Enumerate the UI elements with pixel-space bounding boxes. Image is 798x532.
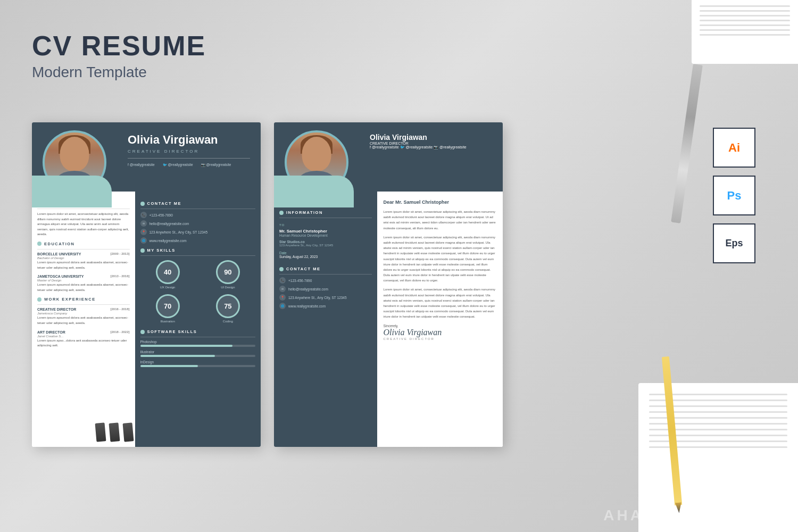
cover-body-wrapper: INFORMATION TO Mr. Samuel Christopher Hu… [274, 192, 503, 447]
software-divider [140, 337, 256, 337]
cover-instagram: 📷 @reallygreatsite [434, 145, 467, 149]
photoshop-bar-track [140, 345, 256, 347]
eps-icon: Eps [713, 223, 755, 263]
cv-name: Olivia Virgiawan [128, 133, 250, 147]
cover-name: Olivia Virgiawan [370, 133, 492, 142]
notebook-lines [692, 0, 798, 41]
indesign-bar-fill [140, 365, 198, 367]
cv-left-column: ABOUT ME Lorem ipsum dolor sit amet, aco… [32, 192, 135, 447]
work-divider [37, 304, 130, 305]
edu-school-2: JAMETOSCA UNIVERSITY [2013 - 2016] [37, 275, 130, 278]
notebook-line [700, 34, 790, 36]
bottom-text: AHA [603, 507, 644, 524]
title-area: CV RESUME Modern Template [32, 32, 206, 81]
work-experience-title: WORK EXPERIENCE [37, 297, 130, 302]
binder-clip-1 [95, 422, 106, 442]
contact-email: ✉ hello@reallygreatsite.com [140, 220, 256, 227]
ai-icon: Ai [713, 128, 755, 168]
education-title: EDUCATION [37, 242, 130, 246]
notebook-line [700, 29, 790, 31]
cover-location-icon: 📍 [279, 294, 286, 301]
skills-grid: 40 UX Design 90 UI Design 70 [140, 260, 256, 323]
software-icons-list: Ai Ps Eps [713, 128, 755, 263]
contact-me-title: CONTACT ME [140, 201, 256, 206]
cover-date-value: Sunday, August 22, 2023 [279, 255, 372, 259]
work-item-1: CREATIVE DIRECTOR [2016 - 2018] Jametosc… [37, 307, 130, 326]
header-divider [128, 158, 250, 159]
facebook-link: f @reallygreatsite [128, 163, 155, 167]
contact-divider [140, 209, 256, 209]
binder-clips [96, 423, 133, 442]
notebook-line [700, 10, 790, 12]
skill-illustration: 70 Illustration [140, 294, 195, 323]
cover-body-para1: Lorem ipsum dolor sit amet, consectetuar… [384, 235, 497, 284]
location-icon: 📍 [140, 229, 147, 235]
documents-area: Olivia Virgiawan CREATIVE DIRECTOR f @re… [32, 122, 503, 447]
cover-recipient-name: Mr. Samuel Christopher [279, 229, 372, 234]
cover-job-title: CREATIVE DIRECTOR [370, 142, 492, 145]
cover-sig-title: CREATIVE DIRECTOR [384, 337, 497, 340]
cv-body: ABOUT ME Lorem ipsum dolor sit amet, aco… [32, 192, 261, 447]
cover-right-col: Dear Mr. Samuel Christopher Lorem ipsum … [377, 192, 503, 447]
notebook-line [700, 20, 790, 21]
skill-circle-illustration: 70 [156, 294, 180, 318]
social-links: f @reallygreatsite 🐦 @reallygreatsite 📷 … [128, 163, 250, 167]
cv-resume-document: Olivia Virgiawan CREATIVE DIRECTOR f @re… [32, 122, 261, 447]
illustrator-bar-track [140, 355, 256, 357]
work-title-1: CREATIVE DIRECTOR [2016 - 2018] [37, 307, 130, 311]
skill-coding: 75 Coding [201, 294, 255, 323]
cover-header: Olivia Virgiawan CREATIVE DIRECTOR f @re… [274, 122, 503, 192]
skill-illustrator: Illustrator [140, 350, 256, 357]
cover-email-icon: ✉ [279, 286, 286, 292]
edu-item-1: BORCELLE UNIVERSITY [2000 - 2013] Bachel… [37, 252, 130, 270]
cover-to-section: TO Mr. Samuel Christopher Human Resource… [279, 223, 372, 259]
teal-accent [32, 176, 112, 207]
notebook-top [692, 0, 798, 64]
cover-contact-address: 📍 123 Anywhere St., Any City, ST 12345 [279, 294, 372, 301]
cover-twitter: 🐦 @reallygreatsite [400, 145, 433, 149]
cover-signature: Olivia Virgiawan [384, 328, 497, 337]
notebook-line [700, 15, 790, 16]
cover-social-links: f @reallygreatsite 🐦 @reallygreatsite 📷 … [370, 145, 492, 149]
notebook-bottom [638, 383, 798, 532]
about-text: Lorem ipsum dolor sit amet, aconsectetua… [37, 212, 130, 237]
indesign-bar-track [140, 365, 256, 367]
skills-divider [140, 255, 256, 256]
cover-phone-icon: 📞 [279, 277, 286, 284]
cv-right-column: CONTACT ME 📞 +123-456-7890 ✉ hello@reall… [135, 192, 261, 447]
phone-icon: 📞 [140, 212, 147, 218]
cv-header: Olivia Virgiawan CREATIVE DIRECTOR f @re… [32, 122, 261, 192]
cover-left-col: INFORMATION TO Mr. Samuel Christopher Hu… [274, 192, 377, 447]
about-divider [37, 209, 130, 209]
skill-indesign: InDesign [140, 360, 256, 367]
software-skills-title: SOFTWARE SKILLS [140, 329, 256, 334]
cover-sincerely: Sincerely, [384, 324, 497, 328]
page-title: CV RESUME [32, 32, 206, 60]
work-item-2: ART DIRECTOR [2018 - 2022] Janet Creativ… [37, 330, 130, 348]
skill-circle-ui: 90 [216, 260, 240, 284]
cover-body-para2: Lorem ipsum dolor sit amet, consectetuar… [384, 287, 497, 319]
skill-ux: 40 UX Design [140, 260, 195, 289]
skill-ui: 90 UI Design [201, 260, 255, 289]
my-skills-title: MY SKILLS [140, 248, 256, 253]
work-title-2: ART DIRECTOR [2018 - 2022] [37, 330, 130, 334]
cover-contact-phone: 📞 +123-456-7890 [279, 277, 372, 284]
ps-icon: Ps [713, 176, 755, 215]
cover-intro: Lorem ipsum dolor sit amet, consectetuar… [384, 209, 497, 231]
cover-info-title: INFORMATION [279, 210, 372, 215]
edu-school-1: BORCELLE UNIVERSITY [2000 - 2013] [37, 252, 130, 256]
cover-recipient-role: Human Resource Development [279, 234, 372, 237]
skill-circle-ux: 40 [156, 260, 180, 284]
page-subtitle: Modern Template [32, 64, 206, 81]
cover-info-divider [279, 218, 372, 218]
notebook-line [700, 24, 790, 26]
notebook-bottom-lines [638, 383, 798, 459]
cover-face [302, 137, 331, 171]
education-divider [37, 249, 130, 250]
twitter-link: 🐦 @reallygreatsite [163, 163, 193, 167]
cover-contact-website: 🌐 www.reallygreatsite.com [279, 303, 372, 309]
cover-web-icon: 🌐 [279, 303, 286, 309]
edu-item-2: JAMETOSCA UNIVERSITY [2013 - 2016] Maste… [37, 275, 130, 293]
face [60, 137, 89, 171]
notebook-line [700, 5, 790, 7]
